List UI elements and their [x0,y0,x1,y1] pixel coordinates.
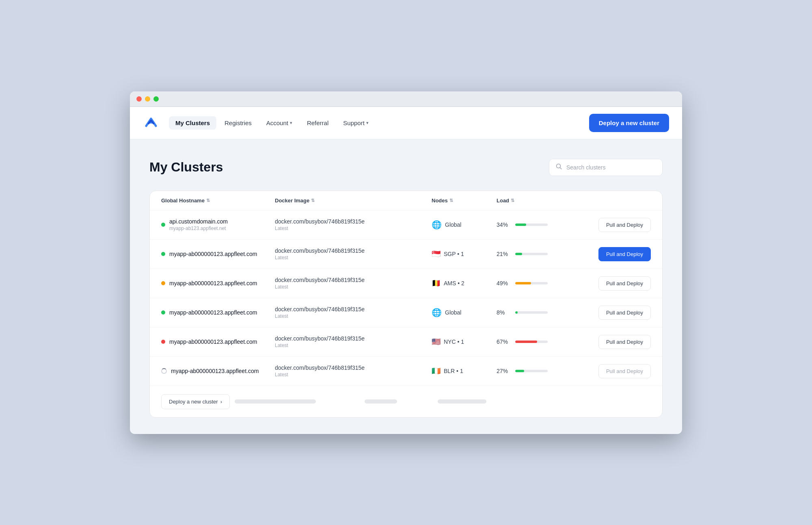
load-cell: 21% [497,251,578,257]
pull-deploy-button[interactable]: Pull and Deploy [598,276,651,291]
hostname-primary: myapp-ab000000123.appfleet.com [169,338,257,345]
hostname-primary: myapp-ab000000123.appfleet.com [169,251,257,257]
title-bar [130,91,682,107]
load-bar-bg [515,370,548,372]
image-tag: Latest [275,226,432,231]
load-bar-fill [515,223,526,226]
hostname-primary: myapp-ab000000123.appfleet.com [171,368,259,374]
status-indicator [161,281,165,285]
deploy-new-cluster-footer-button[interactable]: Deploy a new cluster › [161,394,230,409]
navbar: My Clusters Registries Account ▾ Referra… [130,107,682,139]
image-name: docker.com/busybox/746b819f315e [275,218,432,225]
search-box[interactable] [549,159,663,176]
globe-icon: 🌐 [432,308,442,317]
status-indicator [161,223,165,227]
hostname-cell: myapp-ab000000123.appfleet.com [161,280,275,286]
sort-nodes-icon[interactable]: ⇅ [449,198,453,203]
pull-deploy-button[interactable]: Pull and Deploy [598,306,651,320]
globe-icon: 🌐 [432,220,442,230]
skeleton-bar [438,399,486,404]
skeleton-bar [365,399,397,404]
main-content: My Clusters Global Hostname ⇅ [130,139,682,434]
load-percentage: 49% [497,280,511,286]
minimize-icon[interactable] [145,96,150,102]
pull-deploy-button[interactable]: Pull and Deploy [598,247,651,261]
image-cell: docker.com/busybox/746b819f315e Latest [275,247,432,260]
load-percentage: 27% [497,368,511,374]
load-percentage: 21% [497,251,511,257]
status-indicator [161,340,165,344]
sort-load-icon[interactable]: ⇅ [511,198,514,203]
load-bar-bg [515,282,548,284]
nav-item-my-clusters[interactable]: My Clusters [169,116,216,130]
flag-icon: 🇧🇪 [432,279,441,288]
hostname-info: api.customdomain.com myapp-ab123.appflee… [169,218,228,231]
load-bar-fill [515,311,518,314]
close-icon[interactable] [136,96,142,102]
load-cell: 34% [497,221,578,228]
flag-icon: 🇺🇸 [432,337,441,346]
image-name: docker.com/busybox/746b819f315e [275,364,432,371]
app-window: My Clusters Registries Account ▾ Referra… [130,91,682,434]
load-bar-fill [515,253,522,255]
nodes-cell: 🇮🇪 BLR • 1 [432,367,497,375]
sort-hostname-icon[interactable]: ⇅ [206,198,210,203]
pull-deploy-button[interactable]: Pull and Deploy [598,335,651,349]
nodes-cell: 🇺🇸 NYC • 1 [432,337,497,346]
load-cell: 49% [497,280,578,286]
load-bar-fill [515,282,531,284]
node-label: SGP • 1 [444,251,464,257]
nav-item-support[interactable]: Support ▾ [337,116,375,130]
account-chevron-icon: ▾ [290,120,292,126]
hostname-cell: myapp-ab000000123.appfleet.com [161,368,275,374]
node-label: BLR • 1 [444,368,463,374]
load-percentage: 34% [497,221,511,228]
table-row: myapp-ab000000123.appfleet.com docker.co… [150,240,662,269]
load-cell: 27% [497,368,578,374]
load-percentage: 67% [497,338,511,345]
nav-links: My Clusters Registries Account ▾ Referra… [169,116,589,130]
hostname-info: myapp-ab000000123.appfleet.com [169,309,257,316]
app-logo[interactable] [143,115,159,131]
maximize-icon[interactable] [153,96,159,102]
hostname-info: myapp-ab000000123.appfleet.com [169,338,257,345]
action-cell: Pull and Deploy [578,364,651,378]
table-row: api.customdomain.com myapp-ab123.appflee… [150,210,662,240]
col-header-nodes: Nodes ⇅ [432,197,497,204]
action-cell: Pull and Deploy [578,306,651,320]
node-label: AMS • 2 [444,280,464,286]
load-bar-fill [515,370,524,372]
sort-image-icon[interactable]: ⇅ [311,198,315,203]
action-cell: Pull and Deploy [578,218,651,232]
search-input[interactable] [566,164,656,171]
nav-item-registries[interactable]: Registries [218,116,258,130]
nav-item-referral[interactable]: Referral [300,116,335,130]
load-cell: 8% [497,309,578,316]
col-header-image: Docker Image ⇅ [275,197,432,204]
hostname-cell: myapp-ab000000123.appfleet.com [161,309,275,316]
nodes-cell: 🇧🇪 AMS • 2 [432,279,497,288]
table-row: myapp-ab000000123.appfleet.com docker.co… [150,269,662,298]
flag-icon: 🇮🇪 [432,367,441,375]
hostname-cell: myapp-ab000000123.appfleet.com [161,251,275,257]
load-percentage: 8% [497,309,511,316]
nav-item-account[interactable]: Account ▾ [260,116,299,130]
status-indicator [161,252,165,256]
deploy-new-cluster-button[interactable]: Deploy a new cluster [589,114,669,132]
hostname-cell: api.customdomain.com myapp-ab123.appflee… [161,218,275,231]
load-bar-bg [515,311,548,314]
pull-deploy-button[interactable]: Pull and Deploy [598,218,651,232]
load-cell: 67% [497,338,578,345]
node-label: Global [445,309,461,316]
image-cell: docker.com/busybox/746b819f315e Latest [275,306,432,319]
image-name: docker.com/busybox/746b819f315e [275,277,432,283]
hostname-primary: myapp-ab000000123.appfleet.com [169,309,257,316]
image-name: docker.com/busybox/746b819f315e [275,335,432,342]
hostname-primary: myapp-ab000000123.appfleet.com [169,280,257,286]
nodes-cell: 🇸🇬 SGP • 1 [432,249,497,258]
hostname-secondary: myapp-ab123.appfleet.net [169,226,228,231]
status-indicator [161,310,165,315]
arrow-right-icon: › [220,399,222,405]
loading-indicator [161,368,167,374]
table-header: Global Hostname ⇅ Docker Image ⇅ Nodes ⇅… [150,191,662,210]
